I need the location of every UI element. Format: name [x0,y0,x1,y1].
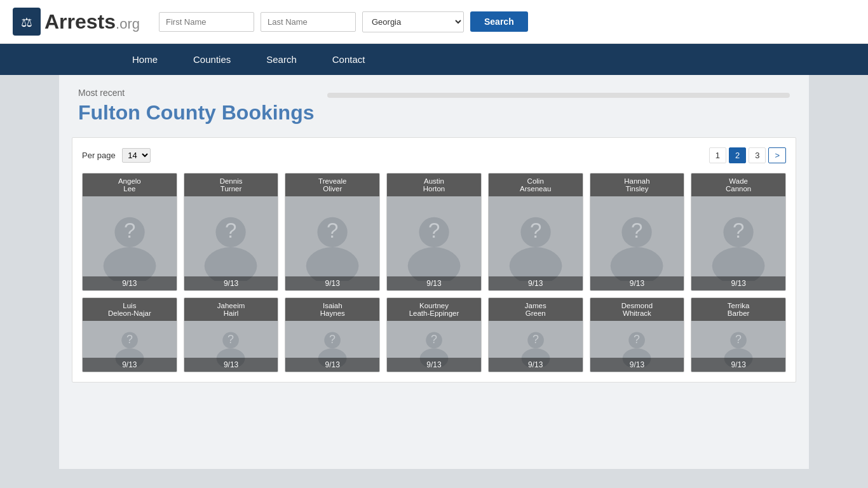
card-photo: ? 9/13 [285,196,379,290]
svg-text:?: ? [529,219,541,242]
nav-counties[interactable]: Counties [175,44,248,75]
scrollbar[interactable] [327,93,790,98]
booking-card-desmond-whitrack[interactable]: DesmondWhitrack ? 9/13 [590,297,685,372]
card-photo: ? 9/13 [387,321,481,372]
logo-icon: ⚖ [13,8,41,36]
logo-text: Arrests.org [44,10,140,34]
logo[interactable]: ⚖ Arrests.org [13,8,140,36]
card-photo: ? 9/13 [285,321,379,372]
placeholder-photo-icon: ? [92,206,167,281]
card-date: 9/13 [83,358,177,372]
card-name: WadeCannon [691,173,785,196]
page-header: Most recent Fulton County Bookings [65,75,803,131]
most-recent-label: Most recent [78,88,315,98]
svg-text:?: ? [634,333,640,346]
card-date: 9/13 [590,358,684,372]
svg-text:?: ? [225,219,236,242]
per-page-label: Per page [82,151,116,160]
card-name: AngeloLee [83,173,177,196]
nav-home[interactable]: Home [114,44,175,75]
card-date: 9/13 [285,276,379,290]
placeholder-photo-icon: ? [397,206,471,281]
card-name: DennisTurner [184,173,278,196]
header: ⚖ Arrests.org Georgia Alabama Florida Te… [0,0,868,44]
card-name: LuisDeleon-Najar [83,298,177,321]
page-1-label[interactable]: 1 [709,147,726,163]
card-photo: ? 9/13 [184,196,278,290]
svg-text:?: ? [735,333,742,346]
svg-text:?: ? [228,333,234,346]
booking-card-jaheeim-hairl[interactable]: JaheeimHairl ? 9/13 [184,297,279,372]
svg-text:?: ? [631,219,642,242]
navigation: Home Counties Search Contact [0,44,868,75]
state-select[interactable]: Georgia Alabama Florida Texas California [362,11,464,32]
booking-card-austin-horton[interactable]: AustinHorton ? 9/13 [386,173,482,291]
card-photo: ? 9/13 [691,196,785,290]
booking-card-angelo-lee[interactable]: AngeloLee ? 9/13 [82,173,177,291]
card-photo: ? 9/13 [387,196,481,290]
search-button[interactable]: Search [470,11,528,32]
per-page-control: Per page 7 14 21 28 [82,148,151,163]
cards-grid-row2: LuisDeleon-Najar ? 9/13 JaheeimHairl [82,297,786,372]
booking-card-hannah-tinsley[interactable]: HannahTinsley ? 9/13 [590,173,685,291]
first-name-input[interactable] [159,12,254,32]
svg-text:?: ? [329,333,336,346]
card-date: 9/13 [184,358,278,372]
card-date: 9/13 [285,358,379,372]
content-wrapper: Most recent Fulton County Bookings Per p… [59,75,809,402]
card-date: 9/13 [83,276,177,290]
card-name: IsaiahHaynes [285,298,379,321]
next-page-btn[interactable]: > [768,147,786,163]
nav-search[interactable]: Search [248,44,315,75]
card-photo: ? 9/13 [590,321,684,372]
card-photo: ? 9/13 [83,196,177,290]
card-photo: ? 9/13 [489,321,583,372]
last-name-input[interactable] [261,12,356,32]
svg-text:?: ? [124,219,135,242]
booking-card-wade-cannon[interactable]: WadeCannon ? 9/13 [691,173,786,291]
grid-container: Per page 7 14 21 28 1 2 3 > [72,137,796,383]
svg-text:?: ? [428,219,440,242]
card-name: ColinArseneau [489,173,583,196]
card-photo: ? 9/13 [590,196,684,290]
booking-card-dennis-turner[interactable]: DennisTurner ? 9/13 [184,173,279,291]
card-date: 9/13 [387,276,481,290]
card-date: 9/13 [184,276,278,290]
svg-text:⚖: ⚖ [21,15,32,29]
card-name: HannahTinsley [590,173,684,196]
card-date: 9/13 [387,358,481,372]
svg-text:?: ? [126,333,133,346]
card-date: 9/13 [691,358,785,372]
card-photo: ? 9/13 [691,321,785,372]
card-photo: ? 9/13 [489,196,583,290]
booking-card-isaiah-haynes[interactable]: IsaiahHaynes ? 9/13 [285,297,380,372]
per-page-select[interactable]: 7 14 21 28 [122,148,151,163]
booking-card-terrika-barber[interactable]: TerrikaBarber ? 9/13 [691,297,786,372]
placeholder-photo-icon: ? [701,206,776,281]
card-photo: ? 9/13 [83,321,177,372]
card-photo: ? 9/13 [184,321,278,372]
card-date: 9/13 [590,276,684,290]
svg-text:?: ? [431,333,437,346]
pagination: 1 2 3 > [709,147,786,163]
title-block: Most recent Fulton County Bookings [78,88,315,125]
header-form: Georgia Alabama Florida Texas California… [159,11,528,32]
page-2-btn[interactable]: 2 [729,147,746,163]
booking-card-treveale-oliver[interactable]: TrevealeOliver ? 9/13 [285,173,380,291]
booking-card-colin-arseneau[interactable]: ColinArseneau ? 9/13 [488,173,583,291]
county-title: Fulton County Bookings [78,100,315,125]
booking-card-james-green[interactable]: JamesGreen ? 9/13 [488,297,583,372]
page-3-btn[interactable]: 3 [749,147,766,163]
card-date: 9/13 [489,358,583,372]
cards-grid-row1: AngeloLee ? 9/13 DennisTurner [82,173,786,291]
card-name: AustinHorton [387,173,481,196]
card-name: JaheeimHairl [184,298,278,321]
booking-card-luis-deleon-najar[interactable]: LuisDeleon-Najar ? 9/13 [82,297,177,372]
booking-card-kourtney-leath-eppinger[interactable]: KourtneyLeath-Eppinger ? 9/13 [386,297,482,372]
card-name: TrevealeOliver [285,173,379,196]
per-page-row: Per page 7 14 21 28 1 2 3 > [82,147,786,163]
nav-contact[interactable]: Contact [315,44,383,75]
card-name: TerrikaBarber [691,298,785,321]
placeholder-photo-icon: ? [193,206,268,281]
card-date: 9/13 [489,276,583,290]
